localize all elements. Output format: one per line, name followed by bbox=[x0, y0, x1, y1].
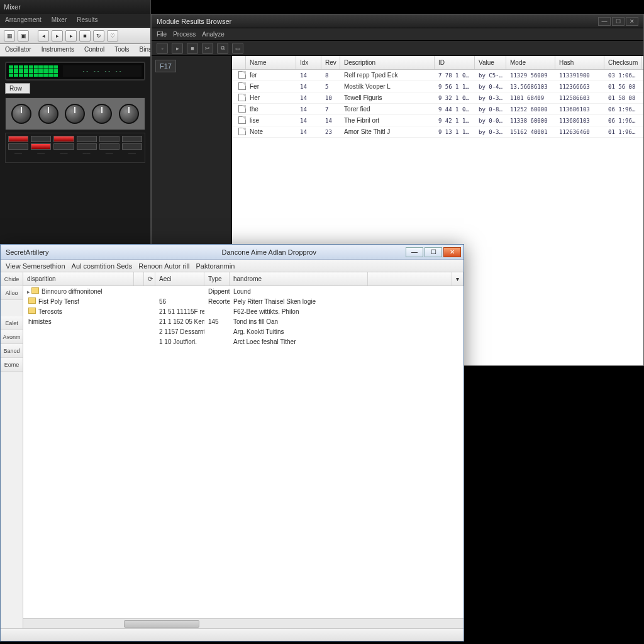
col-date[interactable]: Checksum bbox=[604, 56, 642, 69]
prev-icon[interactable]: ◂ bbox=[38, 30, 49, 42]
side-item-4[interactable]: Banod bbox=[1, 344, 23, 358]
menu-file[interactable]: File bbox=[157, 31, 167, 38]
switch-3b[interactable] bbox=[53, 143, 74, 150]
subtab-tools[interactable]: Tools bbox=[109, 44, 134, 56]
menu-item-1[interactable]: Aul cosmtition Seds bbox=[72, 262, 133, 270]
col-rev[interactable]: Rev bbox=[321, 56, 340, 69]
list-item[interactable]: 1 10 Joutfiori.Arct Loec feshal Tither bbox=[23, 336, 464, 347]
daw-tab-mixer[interactable]: Mixer bbox=[47, 14, 72, 27]
scrollbar-thumb[interactable] bbox=[124, 620, 199, 628]
side-item-3[interactable]: Avonm bbox=[1, 330, 23, 344]
daw-tab-arrangement[interactable]: Arrangement bbox=[0, 14, 47, 27]
switch-5b[interactable] bbox=[99, 143, 119, 150]
chevron-icon[interactable]: ▸ bbox=[27, 289, 30, 295]
switch-2[interactable] bbox=[31, 136, 51, 142]
grid-icon[interactable]: ▦ bbox=[4, 30, 15, 42]
knob-5[interactable] bbox=[119, 104, 139, 124]
subtab-control[interactable]: Control bbox=[79, 44, 109, 56]
col-id[interactable]: ID bbox=[435, 56, 475, 69]
sidebar-label[interactable]: F17 bbox=[155, 60, 176, 72]
switch-3[interactable] bbox=[53, 136, 74, 142]
cell-name bbox=[23, 328, 134, 335]
list-item[interactable]: himistes21 1 162 05 Ken A81.145Tond ins … bbox=[23, 316, 464, 326]
table-row[interactable]: Note1423Amor Site Thitl J9 13 1 15 0by 0… bbox=[232, 126, 643, 138]
copy-icon[interactable]: ⧉ bbox=[217, 43, 228, 54]
minimize-button[interactable]: — bbox=[598, 17, 611, 26]
menu-process[interactable]: Process bbox=[173, 31, 196, 38]
col-type[interactable]: Type bbox=[204, 272, 230, 286]
table-row[interactable]: lise1414The Fibril ort9 42 1 15 0by 0-09… bbox=[232, 115, 643, 126]
menu-item-2[interactable]: Renoon Autor rill bbox=[138, 262, 189, 270]
table-row[interactable]: the147Torer fied9 44 1 07 0by 0-89411252… bbox=[232, 104, 643, 115]
close-button[interactable]: ✕ bbox=[626, 17, 638, 26]
switch-6b[interactable] bbox=[122, 143, 142, 150]
cell-hash: 13.56686103 bbox=[506, 84, 555, 90]
table-row[interactable]: Her1410Towell Figuris9 32 1 04 0by 0-373… bbox=[232, 92, 643, 104]
play-icon[interactable]: ▸ bbox=[52, 30, 63, 42]
side-item-0[interactable]: Chide bbox=[1, 272, 23, 286]
save-icon[interactable]: ■ bbox=[187, 43, 198, 54]
cell-size: 21 1 162 05 Ken A81. bbox=[155, 318, 204, 325]
heart-icon[interactable]: ♡ bbox=[107, 30, 118, 42]
col-desc[interactable]: handrome bbox=[230, 272, 368, 286]
switch-6[interactable] bbox=[122, 136, 142, 142]
explorer-title-bar[interactable]: SecretArtillery Dancone Aime Adlan Dropp… bbox=[1, 245, 464, 260]
switch-4b[interactable] bbox=[77, 143, 97, 150]
open-icon[interactable]: ▸ bbox=[172, 43, 183, 54]
close-button[interactable]: ✕ bbox=[443, 247, 461, 257]
menu-item-0[interactable]: View Semersethion bbox=[6, 262, 65, 270]
cell-name: Fer bbox=[246, 83, 296, 90]
maximize-button[interactable]: ☐ bbox=[425, 247, 442, 257]
col-menu-icon[interactable]: ▾ bbox=[452, 272, 464, 286]
loop-icon[interactable]: ↻ bbox=[93, 30, 104, 42]
table-row[interactable]: Fer145Mostilk Vooper L9 56 1 15 0by 0-41… bbox=[232, 81, 643, 92]
subtab-oscillator[interactable]: Oscillator bbox=[0, 44, 36, 56]
menu-item-3[interactable]: Paktoranmin bbox=[196, 262, 235, 270]
col-val[interactable]: Value bbox=[475, 56, 506, 69]
col-hash[interactable]: Mode bbox=[506, 56, 555, 69]
cut-icon[interactable]: ✂ bbox=[202, 43, 213, 54]
paste-icon[interactable]: ▭ bbox=[232, 43, 243, 54]
list-item[interactable]: 2 1157 Dessarntl.Arg. Kookti Tuitins bbox=[23, 326, 464, 336]
knob-3[interactable] bbox=[65, 104, 85, 124]
results-title-bar[interactable]: Module Results Browser — ☐ ✕ bbox=[152, 14, 643, 28]
col-icon[interactable] bbox=[232, 56, 246, 69]
switch-1b[interactable] bbox=[8, 143, 28, 150]
table-row[interactable]: fer148Relf repp Tped Eck7 78 1 04 0by C5… bbox=[232, 70, 643, 81]
horizontal-scrollbar[interactable] bbox=[23, 618, 464, 628]
subtab-instruments[interactable]: Instruments bbox=[36, 44, 79, 56]
col-size[interactable]: Aeci bbox=[155, 272, 204, 286]
minimize-button[interactable]: — bbox=[406, 247, 423, 257]
col-desc[interactable]: Description bbox=[340, 56, 435, 69]
cell-desc: F62-Bee wittikts. Philon bbox=[230, 308, 368, 315]
col-idx[interactable]: Idx bbox=[296, 56, 321, 69]
side-item-5[interactable]: Eome bbox=[1, 358, 23, 372]
switch-5[interactable] bbox=[99, 136, 119, 142]
cell-ref: 1258 bbox=[642, 118, 643, 124]
stop-icon[interactable]: ■ bbox=[79, 30, 91, 42]
col-name[interactable]: disparition bbox=[23, 272, 134, 286]
col-chk[interactable]: Hash bbox=[555, 56, 604, 69]
list-item[interactable]: Fist Poly Tensf56Recortert aigsril.Pely … bbox=[23, 296, 464, 306]
menu-analyze[interactable]: Analyze bbox=[202, 31, 225, 38]
save-icon[interactable]: ▣ bbox=[18, 30, 29, 42]
knob-1[interactable] bbox=[11, 104, 31, 124]
next-icon[interactable]: ▸ bbox=[65, 30, 77, 42]
col-name[interactable]: Name bbox=[246, 56, 296, 69]
cell-date: 06 1:96 06 bbox=[604, 106, 642, 113]
col-spin[interactable]: ⟳ bbox=[144, 272, 155, 286]
list-item[interactable]: Terosots21 51 11115F recsrdil.F62-Bee wi… bbox=[23, 306, 464, 316]
side-item-2[interactable]: Ealet bbox=[1, 316, 23, 330]
list-item[interactable]: ▸Binnouro diffnonitonelDippentLound bbox=[23, 286, 464, 296]
col-n[interactable] bbox=[134, 272, 144, 286]
knob-4[interactable] bbox=[92, 104, 112, 124]
col-ref[interactable]: Date bbox=[642, 56, 643, 69]
knob-2[interactable] bbox=[38, 104, 58, 124]
switch-4[interactable] bbox=[77, 136, 97, 142]
switch-1[interactable] bbox=[8, 136, 28, 142]
side-item-1[interactable]: Alloo bbox=[1, 286, 23, 300]
maximize-button[interactable]: ☐ bbox=[612, 17, 625, 26]
switch-2b[interactable] bbox=[31, 143, 51, 150]
daw-tab-results[interactable]: Results bbox=[72, 14, 103, 27]
new-icon[interactable]: ▫ bbox=[157, 43, 168, 54]
